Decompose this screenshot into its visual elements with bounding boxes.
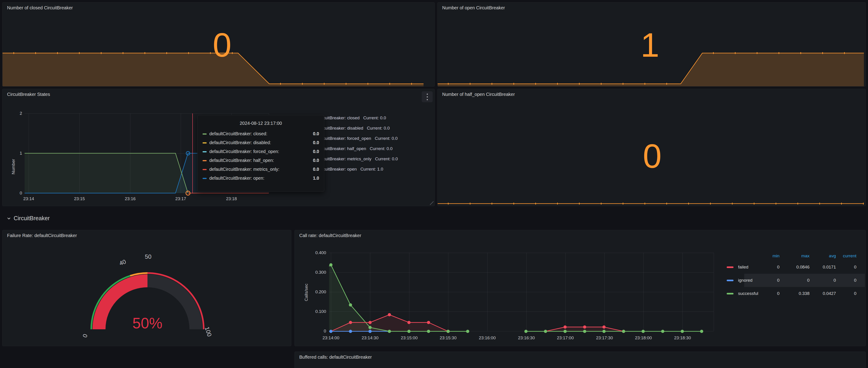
row-header-circuitbreaker[interactable]: CircuitBreaker <box>6 215 50 222</box>
cell-ignored-avg: 0 <box>833 278 836 283</box>
panel-title[interactable]: CircuitBreaker States <box>7 92 50 97</box>
series-swatch <box>203 169 207 170</box>
legend-row-highlight <box>744 274 865 287</box>
legend-col-max[interactable]: max <box>801 253 809 258</box>
panel-resize-handle[interactable] <box>430 201 434 205</box>
series-swatch <box>203 178 207 179</box>
call-rate-chart <box>295 230 866 346</box>
cell-failed-min: 0 <box>777 264 779 270</box>
series-swatch <box>203 160 207 161</box>
tooltip-row: defaultCircuitBreaker: open:1.0 <box>203 176 319 181</box>
stat-value-open: 1 <box>641 28 659 62</box>
panel-title[interactable]: Buffered calls: defaultCircuitBreaker <box>299 355 372 360</box>
panel-buffered-calls: Buffered calls: defaultCircuitBreaker <box>294 351 866 368</box>
tooltip-timestamp: 2024-08-12 23:17:00 <box>197 121 324 126</box>
tooltip-row: defaultCircuitBreaker: disabled:0.0 <box>203 140 319 146</box>
series-swatch <box>203 142 207 143</box>
series-swatch <box>727 280 734 281</box>
legend-row-successful[interactable]: successful <box>738 291 758 296</box>
cell-successful-min: 0 <box>777 291 779 296</box>
cell-failed-avg: 0.0171 <box>823 264 836 270</box>
panel-call-rate: Call rate: defaultCircuitBreaker Calls/s… <box>294 230 866 346</box>
cell-failed-max: 0.0846 <box>796 264 809 270</box>
panel-title[interactable]: Failure Rate: defaultCircuitBreaker <box>7 233 77 238</box>
chart-tooltip: 2024-08-12 23:17:00 defaultCircuitBreake… <box>197 115 324 192</box>
gauge-value: 50% <box>132 314 162 332</box>
grafana-dashboard: Number of closed CircuitBreaker 0 Number… <box>0 0 868 368</box>
gauge-tick-50: 50 <box>145 253 152 260</box>
panel-closed-count: Number of closed CircuitBreaker 0 <box>2 2 435 87</box>
cell-successful-max: 0.338 <box>799 291 809 296</box>
stat-value-closed: 0 <box>213 28 231 62</box>
tooltip-row: defaultCircuitBreaker: metrics_only:0.0 <box>203 167 319 173</box>
stat-value-half-open: 0 <box>643 139 661 173</box>
panel-title[interactable]: Number of half_open CircuitBreaker <box>442 92 515 97</box>
legend-col-min[interactable]: min <box>772 253 779 258</box>
series-swatch <box>727 293 734 294</box>
series-swatch <box>727 266 734 268</box>
cell-failed-current: 0 <box>854 264 857 270</box>
cell-ignored-current: 0 <box>854 278 857 283</box>
panel-title[interactable]: Number of closed CircuitBreaker <box>7 5 73 10</box>
tooltip-row: defaultCircuitBreaker: half_open:0.0 <box>203 158 319 164</box>
panel-failure-rate: Failure Rate: defaultCircuitBreaker 0 40… <box>2 230 291 346</box>
legend-row-ignored[interactable]: ignored <box>738 278 752 283</box>
cell-successful-avg: 0.0427 <box>823 291 836 296</box>
legend-row-failed[interactable]: failed <box>738 264 748 270</box>
cell-successful-current: 0 <box>854 291 857 296</box>
legend-col-current[interactable]: current <box>843 253 857 258</box>
panel-open-count: Number of open CircuitBreaker 1 <box>437 2 866 87</box>
cell-ignored-max: 0 <box>807 278 809 283</box>
legend-col-avg[interactable]: avg <box>829 253 836 258</box>
tooltip-row: defaultCircuitBreaker: closed:0.0 <box>203 131 319 137</box>
series-swatch <box>203 134 207 135</box>
panel-title[interactable]: Number of open CircuitBreaker <box>442 5 505 10</box>
panel-menu-kebab-icon[interactable] <box>422 91 433 102</box>
chevron-down-icon <box>6 216 11 221</box>
series-swatch <box>203 151 207 152</box>
tooltip-row: defaultCircuitBreaker: forced_open:0.0 <box>203 149 319 155</box>
cell-ignored-min: 0 <box>777 278 779 283</box>
row-header-label: CircuitBreaker <box>14 215 50 222</box>
panel-half-open-count: Number of half_open CircuitBreaker 0 <box>437 89 866 206</box>
panel-title[interactable]: Call rate: defaultCircuitBreaker <box>299 233 361 238</box>
